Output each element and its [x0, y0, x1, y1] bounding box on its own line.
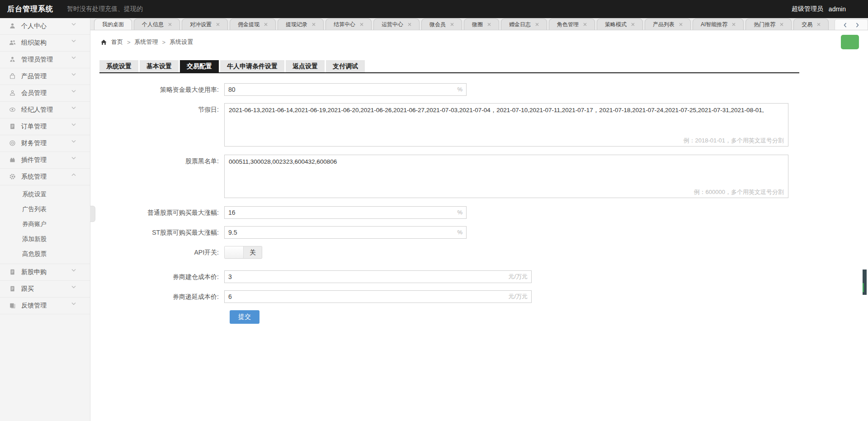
form-tabs: 系统设置基本设置交易配置牛人申请条件设置返点设置支付调试	[99, 60, 799, 73]
sidebar-item-ipo-subscribe[interactable]: 新股申购	[0, 264, 90, 281]
sidebar-item-follow-buy[interactable]: 跟买	[0, 281, 90, 298]
stock-blacklist-textarea[interactable]: 000511,300028,002323,600432,600806例：6000…	[224, 155, 788, 198]
tab-item[interactable]: 微会员	[421, 19, 462, 30]
user-menu[interactable]: admin	[829, 5, 848, 13]
sidebar-subitem-system-settings[interactable]: 系统设置	[0, 187, 90, 202]
tab-item[interactable]: 交易	[793, 19, 829, 30]
close-icon[interactable]	[450, 21, 454, 28]
api-switch-toggle[interactable]: 关	[224, 246, 262, 259]
tab-label: 提现记录	[286, 21, 307, 28]
tab-item[interactable]: 赠金日志	[501, 19, 547, 30]
close-icon[interactable]	[583, 21, 587, 28]
sidebar-item-label: 管理员管理	[21, 56, 53, 64]
tab-item[interactable]: 结算中心	[326, 19, 372, 30]
scrollbar-thumb[interactable]	[863, 270, 867, 295]
breadcrumb-separator: >	[162, 39, 166, 46]
breadcrumb-item[interactable]: 首页	[111, 38, 123, 46]
api-switch-row: API开关:关	[99, 246, 799, 259]
breadcrumb-bar: 首页>系统管理>系统设置	[90, 30, 868, 54]
sidebar-item-product-manage[interactable]: 产品管理	[0, 68, 90, 85]
api-switch-label: API开关:	[99, 246, 224, 259]
close-icon[interactable]	[487, 21, 491, 28]
plugin-icon	[9, 156, 16, 164]
close-icon[interactable]	[408, 21, 411, 28]
broker-open-cost-input[interactable]	[224, 270, 532, 283]
chevron-down-icon	[71, 56, 79, 63]
close-icon[interactable]	[360, 21, 363, 28]
tab-item[interactable]: 对冲设置	[182, 19, 228, 30]
form-tab[interactable]: 交易配置	[180, 60, 219, 72]
form-tab[interactable]: 系统设置	[99, 60, 138, 72]
holidays-value: 2021-06-13,2021-06-14,2021-06-19,2021-06…	[229, 107, 764, 114]
chevron-down-icon	[71, 123, 79, 130]
tab-label: 赠金日志	[509, 21, 531, 28]
chevron-down-icon	[71, 302, 79, 309]
tabs-scroll-right-button[interactable]	[856, 23, 859, 28]
sidebar-item-feedback-manage[interactable]: 反馈管理	[0, 298, 90, 314]
tab-item[interactable]: 我的桌面	[94, 19, 132, 30]
sidebar-item-order-manage[interactable]: 订单管理	[0, 118, 90, 135]
tab-item[interactable]: 策略模式	[597, 19, 643, 30]
users-icon	[9, 39, 16, 47]
sidebar-subitem-ad-list[interactable]: 广告列表	[0, 202, 90, 217]
settings-panel: 系统设置基本设置交易配置牛人申请条件设置返点设置支付调试 策略资金最大使用率:%…	[99, 60, 799, 331]
tabs-scroll-controls	[835, 19, 868, 30]
sidebar-item-plugin-manage[interactable]: 插件管理	[0, 152, 90, 169]
tab-item[interactable]: AI智能推荐	[693, 19, 744, 30]
normal-stock-max-rise-input[interactable]	[224, 206, 467, 219]
username: admin	[829, 5, 846, 13]
sidebar: 个人中心组织架构管理员管理产品管理会员管理经纪人管理订单管理财务管理插件管理系统…	[0, 18, 90, 421]
close-icon[interactable]	[168, 21, 172, 28]
tab-label: 策略模式	[605, 21, 627, 28]
tab-item[interactable]: 产品列表	[645, 19, 691, 30]
close-icon[interactable]	[780, 21, 783, 28]
st-stock-max-rise-row: ST股票可购买最大涨幅:%	[99, 226, 799, 239]
tab-item[interactable]: 运营中心	[373, 19, 420, 30]
close-icon[interactable]	[631, 21, 635, 28]
close-icon[interactable]	[216, 21, 220, 28]
normal-stock-max-rise-label: 普通股票可购买最大涨幅:	[99, 206, 224, 219]
sidebar-item-label: 跟买	[21, 285, 34, 293]
broker-defer-cost-input[interactable]	[224, 290, 532, 303]
breadcrumb: 首页>系统管理>系统设置	[100, 38, 193, 46]
tab-item[interactable]: 热门推荐	[745, 19, 792, 30]
sidebar-item-admin-manage[interactable]: 管理员管理	[0, 52, 90, 68]
tabs-scroll-left-button[interactable]	[844, 23, 847, 28]
max-usage-rate-row: 策略资金最大使用率:%	[99, 83, 799, 96]
sidebar-collapse-handle[interactable]	[90, 206, 95, 222]
max-usage-rate-input[interactable]	[224, 83, 467, 96]
sidebar-item-finance-manage[interactable]: 财务管理	[0, 135, 90, 152]
bag-icon	[9, 73, 16, 80]
close-icon[interactable]	[312, 21, 316, 28]
sidebar-subitem-add-new-stock[interactable]: 添加新股	[0, 232, 90, 246]
submit-button[interactable]: 提交	[230, 310, 259, 324]
tab-item[interactable]: 佣金提现	[230, 19, 276, 30]
breadcrumb-item[interactable]: 系统管理	[135, 38, 158, 46]
breadcrumb-item[interactable]: 系统设置	[170, 38, 193, 46]
sidebar-subitem-broker-account[interactable]: 券商账户	[0, 217, 90, 232]
form-tab[interactable]: 基本设置	[140, 60, 179, 72]
holidays-textarea[interactable]: 2021-06-13,2021-06-14,2021-06-19,2021-06…	[224, 103, 788, 147]
close-icon[interactable]	[264, 21, 268, 28]
tab-item[interactable]: 微圈	[464, 19, 499, 30]
form-tab[interactable]: 支付调试	[326, 60, 365, 72]
form-tab[interactable]: 返点设置	[286, 60, 325, 72]
st-stock-max-rise-input[interactable]	[224, 226, 467, 239]
tab-item[interactable]: 提现记录	[278, 19, 324, 30]
chevron-down-icon	[71, 106, 79, 114]
sidebar-item-broker-manage[interactable]: 经纪人管理	[0, 102, 90, 118]
tab-item[interactable]: 个人信息	[134, 19, 180, 30]
sidebar-item-system-manage[interactable]: 系统管理	[0, 169, 90, 185]
sidebar-item-member-manage[interactable]: 会员管理	[0, 85, 90, 102]
sidebar-subitem-high-risk-stock[interactable]: 高危股票	[0, 246, 90, 261]
sidebar-item-personal-center[interactable]: 个人中心	[0, 18, 90, 35]
close-icon[interactable]	[679, 21, 683, 28]
close-icon[interactable]	[817, 21, 821, 28]
form-tab[interactable]: 牛人申请条件设置	[220, 60, 284, 72]
refresh-button[interactable]	[841, 35, 859, 49]
close-icon[interactable]	[732, 21, 736, 28]
sidebar-item-org-structure[interactable]: 组织架构	[0, 35, 90, 52]
sidebar-item-label: 经纪人管理	[21, 106, 53, 114]
tab-item[interactable]: 角色管理	[549, 19, 595, 30]
close-icon[interactable]	[535, 21, 539, 28]
